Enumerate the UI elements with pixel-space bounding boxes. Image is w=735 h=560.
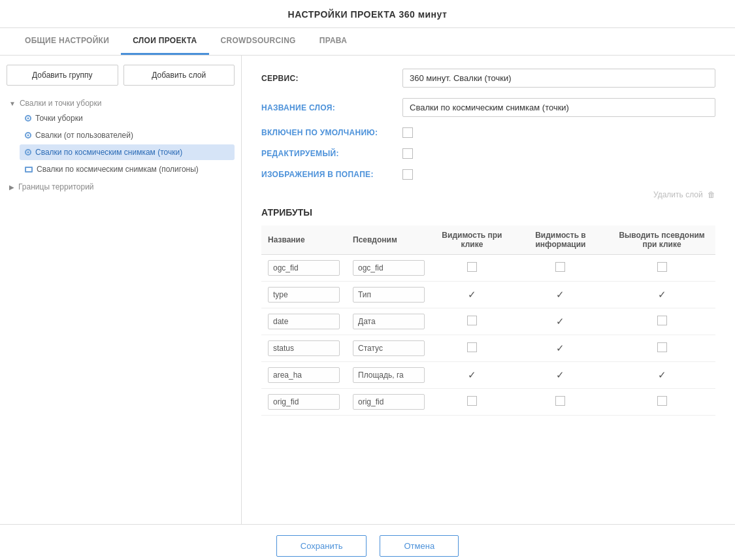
add-buttons: Добавить группу Добавить слой [7,65,235,86]
cell-vis-info-1: ✓ [513,282,608,308]
attr-name-input-5[interactable] [268,394,340,410]
tab-crowdsourcing[interactable]: CROWDSOURCING [209,28,308,55]
page-header: НАСТРОЙКИ ПРОЕКТА 360 минут [0,0,735,28]
attr-alias-input-3[interactable] [353,340,425,356]
cell-vis-info-2: ✓ [513,308,608,335]
tree-item-4[interactable]: Свалки по космическим снимкам (полигоны) [20,161,235,177]
right-panel: СЕРВИС: НАЗВАНИЕ СЛОЯ: ВКЛЮЧЕН ПО УМОЛЧА… [242,56,735,524]
enabled-label: ВКЛЮЧЕН ПО УМОЛЧАНИЮ: [261,128,392,137]
layer-name-input[interactable] [402,98,715,117]
chevron-right-icon: ▶ [9,184,14,191]
cell-name-3 [261,335,346,362]
tree-item-2[interactable]: Свалки (от пользователей) [20,127,235,143]
attr-name-input-4[interactable] [268,367,340,383]
cell-vis-info-3: ✓ [513,335,608,362]
checkbox-show-alias-2[interactable] [657,316,667,325]
cell-name-2 [261,308,346,335]
images-checkbox[interactable] [402,169,413,180]
checkbox-vis-click-5[interactable] [467,396,477,406]
attr-name-input-2[interactable] [268,314,340,329]
tab-layers[interactable]: СЛОИ ПРОЕКТА [121,28,208,55]
cell-vis-click-4: ✓ [431,362,513,389]
rect-icon [25,167,33,173]
table-row [261,255,715,282]
col-vis-click: Видимость при клике [431,225,513,255]
cell-show-alias-5 [608,389,715,416]
checkbox-vis-info-0[interactable] [555,262,565,272]
form-row-editable: РЕДАКТИРУЕМЫЙ: [261,148,715,159]
attributes-title: АТРИБУТЫ [261,207,715,218]
tab-rights[interactable]: ПРАВА [308,28,359,55]
editable-checkbox[interactable] [402,148,413,159]
cell-show-alias-4: ✓ [608,362,715,389]
cell-vis-info-0 [513,255,608,282]
chevron-down-icon: ▼ [9,100,16,107]
tree-group-2: ▶ Границы территорий [7,180,235,194]
checkmark-icon: ✓ [615,369,709,381]
tree-group-header-2[interactable]: ▶ Границы территорий [7,180,235,194]
checkmark-icon: ✓ [519,369,602,381]
nav-tabs: ОБЩИЕ НАСТРОЙКИ СЛОИ ПРОЕКТА CROWDSOURCI… [0,28,735,56]
dot-icon [25,149,31,156]
attr-alias-input-1[interactable] [353,287,425,303]
checkbox-vis-click-3[interactable] [467,342,477,352]
cell-vis-click-3 [431,335,513,362]
cell-alias-5 [346,389,431,416]
form-row-layer-name: НАЗВАНИЕ СЛОЯ: [261,98,715,117]
service-input[interactable] [402,69,715,88]
cell-show-alias-2 [608,308,715,335]
tree-item-1[interactable]: Точки уборки [20,110,235,126]
save-button[interactable]: Сохранить [276,535,367,557]
checkbox-show-alias-5[interactable] [657,396,667,406]
form-row-images: ИЗОБРАЖЕНИЯ В ПОПАПЕ: [261,169,715,180]
footer-bar: Сохранить Отмена [0,524,735,560]
table-header: Название Псевдоним Видимость при клике В… [261,225,715,255]
checkmark-icon: ✓ [519,289,602,301]
delete-layer-button[interactable]: Удалить слой 🗑 [261,190,715,199]
cell-vis-click-5 [431,389,513,416]
table-row: ✓ [261,308,715,335]
checkmark-icon: ✓ [615,289,709,301]
dot-icon [25,115,31,122]
col-vis-info: Видимость в информации [513,225,608,255]
enabled-checkbox[interactable] [402,127,413,138]
attr-name-input-1[interactable] [268,287,340,303]
attributes-tbody: ✓ ✓ ✓ ✓ ✓ [261,255,715,416]
col-alias: Псевдоним [346,225,431,255]
table-row: ✓ [261,335,715,362]
cell-vis-info-4: ✓ [513,362,608,389]
cancel-button[interactable]: Отмена [380,535,459,557]
cell-name-4 [261,362,346,389]
cell-alias-0 [346,255,431,282]
cell-alias-1 [346,282,431,308]
form-row-service: СЕРВИС: [261,69,715,88]
attr-alias-input-5[interactable] [353,394,425,410]
checkbox-vis-click-2[interactable] [467,316,477,325]
cell-alias-4 [346,362,431,389]
checkbox-show-alias-0[interactable] [657,262,667,272]
cell-name-5 [261,389,346,416]
col-name: Название [261,225,346,255]
tab-general[interactable]: ОБЩИЕ НАСТРОЙКИ [13,28,121,55]
attr-alias-input-4[interactable] [353,367,425,383]
cell-vis-click-2 [431,308,513,335]
cell-alias-3 [346,335,431,362]
table-row: ✓ ✓ ✓ [261,362,715,389]
form-row-enabled: ВКЛЮЧЕН ПО УМОЛЧАНИЮ: [261,127,715,138]
attr-name-input-3[interactable] [268,340,340,356]
checkbox-show-alias-3[interactable] [657,342,667,352]
tree-item-3[interactable]: Свалки по космическим снимкам (точки) [20,144,235,160]
attr-alias-input-0[interactable] [353,260,425,276]
tree-group-header-1[interactable]: ▼ Свалки и точки уборки [7,96,235,110]
attr-alias-input-2[interactable] [353,314,425,329]
images-label: ИЗОБРАЖЕНИЯ В ПОПАПЕ: [261,170,392,179]
attr-name-input-0[interactable] [268,260,340,276]
attributes-table: Название Псевдоним Видимость при клике В… [261,225,715,416]
checkbox-vis-info-5[interactable] [555,396,565,406]
add-layer-button[interactable]: Добавить слой [123,65,235,86]
add-group-button[interactable]: Добавить группу [7,65,118,86]
checkbox-vis-click-0[interactable] [467,262,477,272]
cell-show-alias-1: ✓ [608,282,715,308]
table-row [261,389,715,416]
cell-vis-click-0 [431,255,513,282]
